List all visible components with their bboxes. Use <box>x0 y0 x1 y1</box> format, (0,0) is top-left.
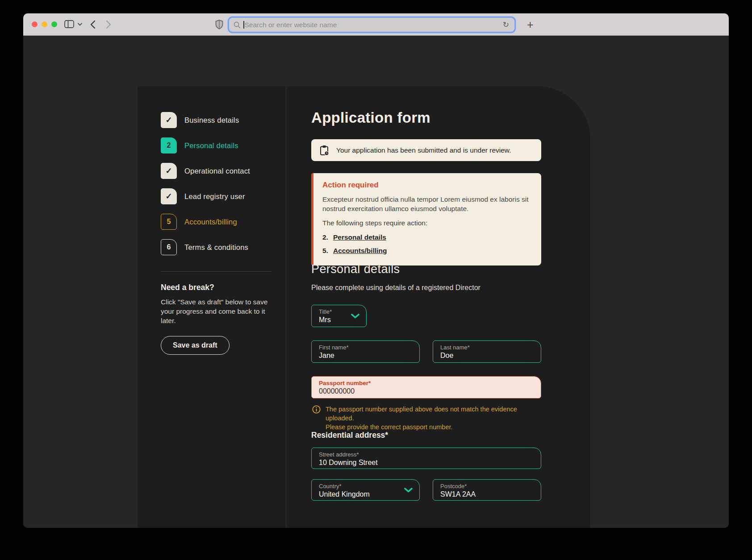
need-a-break-text: Click "Save as draft" below to save your… <box>161 297 273 325</box>
address-bar-placeholder: Search or enter website name <box>245 21 503 29</box>
need-a-break-heading: Need a break? <box>161 283 214 292</box>
alert-step-link-personal-details[interactable]: 2. Personal details <box>322 233 532 241</box>
section-title: Personal details <box>311 262 400 276</box>
sidebar-divider <box>161 271 272 272</box>
field-label: First name* <box>319 344 412 351</box>
field-value: United Kingdom <box>319 490 370 498</box>
warning-line-1: The passport number supplied above does … <box>326 405 541 423</box>
stepper-item-accounts-billing[interactable]: 5 Accounts/billing <box>161 214 250 230</box>
check-icon: ✓ <box>161 112 177 128</box>
country-select[interactable]: Country* United Kingdom <box>311 479 420 501</box>
field-value: SW1A 2AA <box>440 490 476 498</box>
alert-intro: The following steps require action: <box>322 219 532 227</box>
page-background: ✓ Business details 2 Personal details ✓ … <box>23 36 729 528</box>
back-button[interactable] <box>90 20 96 29</box>
step-number-badge: 2 <box>161 137 177 153</box>
first-name-field[interactable]: First name* Jane <box>311 340 420 363</box>
browser-window: Search or enter website name ↻ + ✓ Busin… <box>23 13 729 528</box>
residential-address-heading: Residential address* <box>311 431 388 440</box>
stepper-item-operational-contact[interactable]: ✓ Operational contact <box>161 163 250 179</box>
stepper-item-label: Operational contact <box>184 167 250 175</box>
last-name-field[interactable]: Last name* Doe <box>433 340 541 363</box>
minimize-window-button[interactable] <box>42 21 47 27</box>
section-subtitle: Please complete using details of a regis… <box>311 284 480 292</box>
action-required-alert: Action required Excepteur nostrud offici… <box>311 173 541 265</box>
clipboard-clock-icon <box>320 145 330 156</box>
stepper-item-terms-conditions[interactable]: 6 Terms & conditions <box>161 239 250 255</box>
stepper-item-label: Personal details <box>184 141 238 150</box>
new-tab-button[interactable]: + <box>527 18 534 31</box>
passport-number-field[interactable]: Passport number* 000000000 <box>311 376 541 398</box>
field-value: Doe <box>440 352 453 359</box>
field-label: Passport number* <box>319 380 534 386</box>
text-caret <box>243 21 244 29</box>
privacy-shield-icon[interactable] <box>215 20 223 29</box>
alert-title: Action required <box>322 181 532 190</box>
chevron-down-icon <box>404 488 413 493</box>
step-number-badge: 5 <box>161 214 177 230</box>
step-number-badge: 6 <box>161 239 177 255</box>
zoom-window-button[interactable] <box>51 21 57 27</box>
alert-step-label[interactable]: Accounts/billing <box>333 247 387 255</box>
field-value: Jane <box>319 352 334 359</box>
close-window-button[interactable] <box>32 21 38 27</box>
stepper-item-personal-details[interactable]: 2 Personal details <box>161 137 250 153</box>
stepper-item-label: Accounts/billing <box>184 218 237 226</box>
check-icon: ✓ <box>161 188 177 204</box>
alert-body: Excepteur nostrud officia nulla tempor L… <box>322 195 532 213</box>
field-label: Street address* <box>319 451 534 458</box>
alert-step-label[interactable]: Personal details <box>333 233 386 241</box>
sidebar-toggle-icon[interactable] <box>64 20 74 28</box>
stepper-item-lead-registry-user[interactable]: ✓ Lead registry user <box>161 188 250 204</box>
search-icon <box>234 21 241 29</box>
field-value: 000000000 <box>319 387 355 395</box>
title-select[interactable]: Title* Mrs <box>311 305 367 327</box>
warning-line-2: Please provide the correct passport numb… <box>326 423 541 431</box>
page-title: Application form <box>311 109 430 126</box>
field-value: 10 Downing Street <box>319 459 378 466</box>
stepper-item-label: Lead registry user <box>184 192 245 201</box>
reload-icon[interactable]: ↻ <box>503 20 510 29</box>
stepper-item-business-details[interactable]: ✓ Business details <box>161 112 250 128</box>
field-label: Last name* <box>440 344 534 351</box>
forward-button[interactable] <box>106 20 111 29</box>
street-address-field[interactable]: Street address* 10 Downing Street <box>311 448 541 469</box>
stepper-nav: ✓ Business details 2 Personal details ✓ … <box>161 112 250 265</box>
info-icon <box>312 405 321 414</box>
alert-step-link-accounts-billing[interactable]: 5. Accounts/billing <box>322 247 532 255</box>
status-banner: Your application has been submitted and … <box>311 139 541 161</box>
field-value: Mrs <box>319 316 331 324</box>
save-as-draft-button[interactable]: Save as draft <box>161 336 230 355</box>
chevron-down-icon[interactable] <box>78 23 82 26</box>
postcode-field[interactable]: Postcode* SW1A 2AA <box>433 479 541 501</box>
column-divider <box>286 86 286 528</box>
passport-warning: The passport number supplied above does … <box>312 405 541 431</box>
status-banner-text: Your application has been submitted and … <box>336 146 511 154</box>
alert-step-number: 5. <box>322 247 328 255</box>
alert-step-number: 2. <box>322 233 328 241</box>
browser-toolbar: Search or enter website name ↻ + <box>23 13 729 36</box>
stepper-item-label: Terms & conditions <box>184 243 248 252</box>
chevron-down-icon <box>351 314 359 319</box>
field-label: Country* <box>319 483 412 489</box>
address-bar[interactable]: Search or enter website name ↻ <box>229 18 514 32</box>
stepper-item-label: Business details <box>184 116 239 124</box>
application-panel: ✓ Business details 2 Personal details ✓ … <box>138 86 590 528</box>
field-label: Postcode* <box>440 483 534 489</box>
check-icon: ✓ <box>161 163 177 179</box>
